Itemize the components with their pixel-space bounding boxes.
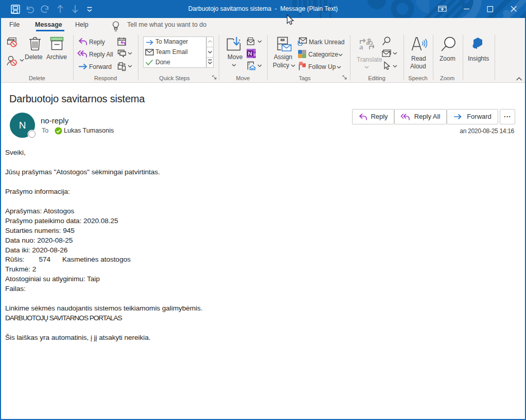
svg-text:a: a (359, 43, 363, 51)
svg-text:あ: あ (366, 38, 373, 46)
